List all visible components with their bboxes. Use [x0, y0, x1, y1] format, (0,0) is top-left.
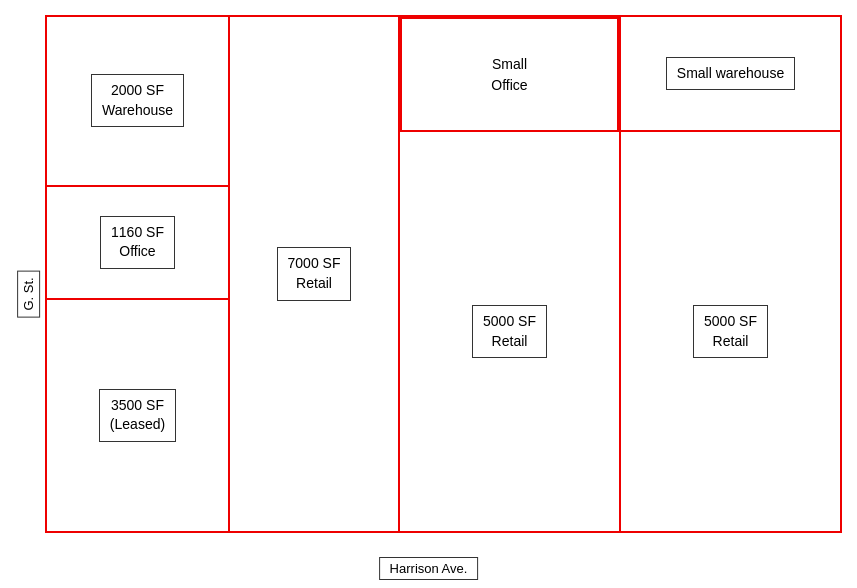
col-retail-7000: 7000 SF Retail: [230, 15, 400, 533]
col-right-container: Small Office 5000 SF Retail Small wareho…: [400, 15, 842, 533]
retail-5000-right-line1: 5000 SF: [704, 312, 757, 332]
col-far-right: Small warehouse 5000 SF Retail: [621, 15, 842, 533]
retail-5000-mid-line1: 5000 SF: [483, 312, 536, 332]
office-1160-line1: 1160 SF: [111, 223, 164, 243]
label-retail-7000: 7000 SF Retail: [277, 247, 352, 300]
warehouse-2000-line1: 2000 SF: [102, 81, 173, 101]
street-label-harrison: Harrison Ave.: [379, 557, 479, 580]
cell-small-office: Small Office: [400, 17, 619, 132]
small-office-line2: Office: [491, 75, 527, 96]
street-label-g: G. St.: [17, 270, 40, 317]
label-warehouse-2000: 2000 SF Warehouse: [91, 74, 184, 127]
leased-3500-line1: 3500 SF: [110, 396, 165, 416]
office-1160-line2: Office: [111, 242, 164, 262]
floor-plan: 2000 SF Warehouse 1160 SF Office 3500 SF…: [45, 15, 842, 533]
cell-retail-5000-right: 5000 SF Retail: [621, 132, 840, 531]
label-leased-3500: 3500 SF (Leased): [99, 389, 176, 442]
retail-7000-line1: 7000 SF: [288, 254, 341, 274]
retail-5000-right-line2: Retail: [704, 332, 757, 352]
cell-retail-5000-mid: 5000 SF Retail: [400, 132, 619, 531]
warehouse-2000-line2: Warehouse: [102, 101, 173, 121]
label-small-warehouse: Small warehouse: [666, 57, 795, 91]
col-mid-right: Small Office 5000 SF Retail: [400, 15, 621, 533]
label-small-office: Small Office: [491, 54, 527, 96]
label-retail-5000-right: 5000 SF Retail: [693, 305, 768, 358]
cell-warehouse-2000: 2000 SF Warehouse: [47, 17, 228, 187]
retail-7000-line2: Retail: [288, 274, 341, 294]
small-office-line1: Small: [491, 54, 527, 75]
leased-3500-line2: (Leased): [110, 415, 165, 435]
label-office-1160: 1160 SF Office: [100, 216, 175, 269]
small-warehouse-text: Small warehouse: [677, 64, 784, 84]
cell-small-warehouse: Small warehouse: [621, 17, 840, 132]
col-left: 2000 SF Warehouse 1160 SF Office 3500 SF…: [45, 15, 230, 533]
label-retail-5000-mid: 5000 SF Retail: [472, 305, 547, 358]
cell-leased-3500: 3500 SF (Leased): [47, 300, 228, 531]
cell-office-1160: 1160 SF Office: [47, 187, 228, 300]
retail-5000-mid-line2: Retail: [483, 332, 536, 352]
